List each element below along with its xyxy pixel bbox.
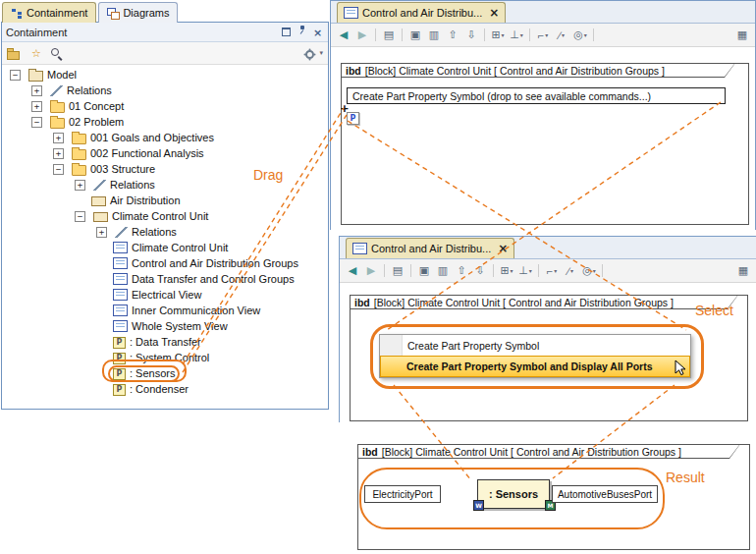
magnet-icon[interactable]: ⊥▾ bbox=[509, 28, 524, 43]
magnet-icon[interactable]: ⊥▾ bbox=[517, 263, 533, 279]
tree-item-label: Relations bbox=[110, 179, 155, 191]
tab-control-and-air-distribution[interactable]: Control and Air Distribu... bbox=[346, 238, 514, 258]
collapse-icon[interactable]: − bbox=[10, 70, 21, 81]
move-up-icon[interactable]: ⇧ bbox=[445, 28, 460, 43]
align-icon[interactable]: ⊞▾ bbox=[499, 263, 514, 279]
paste-icon[interactable]: ▥ bbox=[435, 263, 451, 279]
port-label-electricityport[interactable]: ElectricityPort bbox=[364, 485, 441, 503]
part-symbol-sensors[interactable]: : Sensors bbox=[477, 479, 550, 509]
menu-item-create-part-property-symbol[interactable]: Create Part Property Symbol bbox=[380, 335, 690, 356]
expand-icon[interactable]: + bbox=[96, 227, 107, 238]
tab-diagrams[interactable]: Diagrams bbox=[98, 2, 178, 23]
tree-item-content: Whole System View bbox=[108, 318, 233, 334]
panel-title: Containment bbox=[6, 27, 277, 38]
tree-item-01-concept[interactable]: +01 Concept bbox=[2, 98, 328, 114]
nav-back-icon[interactable]: ◀ bbox=[336, 28, 351, 43]
search-icon[interactable] bbox=[50, 47, 66, 60]
tree-item-whole-system-view[interactable]: Whole System View bbox=[2, 318, 328, 334]
move-up-icon[interactable]: ⇧ bbox=[454, 263, 469, 279]
tree-item-content: : Sensors bbox=[108, 365, 180, 382]
containment-tree-icon[interactable]: ▤ bbox=[381, 28, 397, 43]
copy-image-icon[interactable]: ▣ bbox=[407, 28, 423, 43]
path-oblique-icon[interactable]: ∕▾ bbox=[563, 263, 578, 279]
tree-item-relations[interactable]: +Relations bbox=[2, 83, 328, 98]
folder-icon bbox=[50, 118, 65, 129]
tree-item-relations[interactable]: +Relations bbox=[2, 177, 328, 193]
collapse-icon[interactable]: − bbox=[75, 211, 85, 222]
expand-icon[interactable]: + bbox=[31, 85, 42, 96]
tree-item-model[interactable]: −Model bbox=[2, 67, 328, 83]
tree-item-electrical-view[interactable]: Electrical View bbox=[2, 287, 328, 303]
tree-item-label: Relations bbox=[67, 84, 112, 96]
window-grid-icon[interactable]: ▦ bbox=[735, 263, 751, 279]
tree-item-02-problem[interactable]: −02 Problem bbox=[2, 114, 328, 130]
expander-spacer bbox=[96, 322, 105, 331]
window-grid-icon[interactable]: ▦ bbox=[734, 28, 750, 43]
settings-gear-icon[interactable] bbox=[302, 47, 318, 60]
open-element-icon[interactable] bbox=[7, 48, 23, 59]
tab-close-icon[interactable] bbox=[495, 243, 508, 254]
diagrams-tab-icon bbox=[107, 8, 119, 19]
pin-icon[interactable] bbox=[296, 24, 308, 36]
diagram-canvas[interactable]: ibd [Block] Climate Control Unit [ Contr… bbox=[331, 47, 755, 230]
containment-tree[interactable]: −Model+Relations+01 Concept−02 Problem+0… bbox=[2, 65, 328, 409]
favorites-icon[interactable]: ☆ bbox=[28, 45, 44, 61]
tree-item-001-goals-and-objectives[interactable]: +001 Goals and Objectives bbox=[2, 130, 328, 145]
zoom-icon[interactable]: ◎▾ bbox=[581, 263, 597, 279]
expand-icon[interactable]: + bbox=[31, 101, 42, 112]
containment-tree-icon[interactable]: ▤ bbox=[390, 263, 405, 279]
toolbar-separator bbox=[493, 264, 494, 277]
path-rect-icon[interactable]: ⌐▾ bbox=[544, 263, 560, 279]
diagram-canvas[interactable]: ibd [Block] Climate Control Unit [ Contr… bbox=[340, 283, 756, 422]
tree-item-data-transfer-and-control-groups[interactable]: Data Transfer and Control Groups bbox=[2, 271, 328, 287]
nav-back-icon[interactable]: ◀ bbox=[345, 263, 360, 279]
tab-containment[interactable]: Containment bbox=[2, 2, 96, 23]
align-icon[interactable]: ⊞▾ bbox=[490, 28, 506, 43]
move-down-icon[interactable]: ⇩ bbox=[463, 28, 479, 43]
tree-item-label: 01 Concept bbox=[69, 100, 124, 112]
tree-item-climate-control-unit[interactable]: Climate Control Unit bbox=[2, 240, 328, 255]
move-down-icon[interactable]: ⇩ bbox=[472, 263, 488, 279]
close-icon[interactable] bbox=[311, 28, 324, 40]
port-symbol-left-icon[interactable]: W bbox=[473, 500, 484, 511]
collapse-icon[interactable]: − bbox=[53, 164, 64, 175]
tree-item-control-and-air-distribution-groups[interactable]: Control and Air Distribution Groups bbox=[2, 255, 328, 271]
diagram-frame-title: ibd [Block] Climate Control Unit [ Contr… bbox=[357, 444, 740, 459]
tree-item-003-structure[interactable]: −003 Structure bbox=[2, 161, 328, 177]
expand-icon[interactable]: + bbox=[75, 180, 85, 191]
tree-item-label: Whole System View bbox=[132, 320, 228, 332]
tree-item-air-distribution[interactable]: Air Distribution bbox=[2, 193, 328, 208]
path-oblique-icon[interactable]: ∕▾ bbox=[554, 28, 569, 43]
tab-close-icon[interactable] bbox=[486, 7, 499, 19]
tree-item-condenser[interactable]: : Condenser bbox=[2, 381, 328, 397]
tree-item-label: Inner Communication View bbox=[132, 305, 260, 316]
toolbar-separator bbox=[484, 28, 485, 41]
expander-spacer bbox=[96, 275, 105, 284]
frame-kind: ibd bbox=[362, 446, 378, 458]
diagram-icon bbox=[113, 289, 128, 301]
diagram-window-result: ibd [Block] Climate Control Unit [ Contr… bbox=[351, 442, 754, 552]
zoom-icon[interactable]: ◎▾ bbox=[572, 28, 588, 43]
expand-icon[interactable]: + bbox=[53, 148, 64, 159]
diagram-frame-title: ibd [Block] Climate Control Unit [ Contr… bbox=[341, 63, 735, 78]
paste-icon[interactable]: ▥ bbox=[426, 28, 442, 43]
tree-item-inner-communication-view[interactable]: Inner Communication View bbox=[2, 303, 328, 318]
tree-item-climate-control-unit[interactable]: −Climate Control Unit bbox=[2, 208, 328, 224]
port-label-automotivebusesport[interactable]: AutomotiveBusesPort bbox=[552, 485, 658, 503]
tree-item-002-functional-analysis[interactable]: +002 Functional Analysis bbox=[2, 145, 328, 161]
tree-item-data-transfer[interactable]: : Data Transfer bbox=[2, 334, 328, 350]
collapse-icon[interactable]: − bbox=[31, 117, 42, 128]
copy-image-icon[interactable]: ▣ bbox=[416, 263, 432, 279]
tree-item-sensors[interactable]: : Sensors bbox=[2, 365, 328, 381]
float-icon[interactable] bbox=[280, 26, 293, 38]
tree-item-content: : Data Transfer bbox=[108, 334, 206, 351]
menu-item-create-part-property-symbol-display-all-ports[interactable]: Create Part Property Symbol and Display … bbox=[380, 356, 690, 377]
nav-forward-icon[interactable]: ▶ bbox=[363, 263, 379, 279]
relations-icon bbox=[50, 85, 63, 96]
expand-icon[interactable]: + bbox=[53, 133, 64, 143]
path-rect-icon[interactable]: ⌐▾ bbox=[535, 28, 551, 43]
tree-item-system-control[interactable]: : System Control bbox=[2, 350, 328, 365]
nav-forward-icon[interactable]: ▶ bbox=[354, 28, 370, 43]
tree-item-relations[interactable]: +Relations bbox=[2, 224, 328, 240]
tab-control-and-air-distribution[interactable]: Control and Air Distribu... bbox=[337, 2, 506, 23]
